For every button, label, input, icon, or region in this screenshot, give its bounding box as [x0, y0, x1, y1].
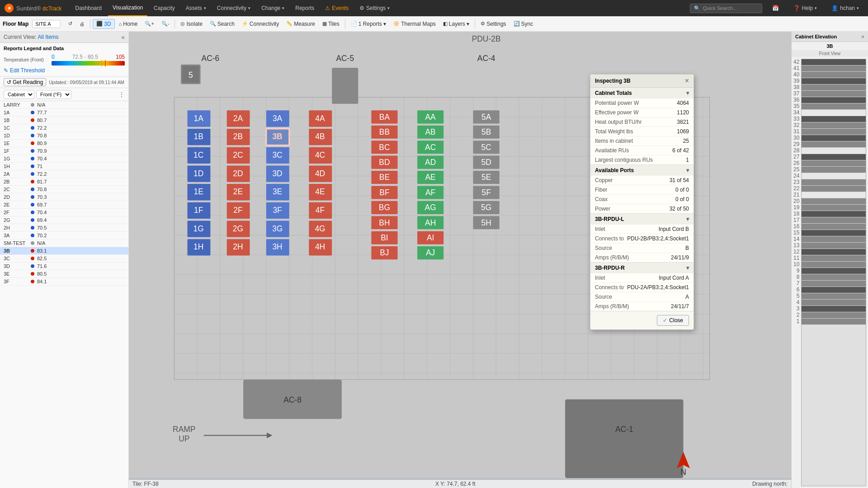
inspect-data-row: Available RUs 6 of 42	[590, 146, 693, 155]
measure-button[interactable]: 📏 Measure	[283, 19, 318, 28]
rack-number: 12	[793, 249, 799, 255]
settings-button[interactable]: ⚙ Settings	[477, 19, 509, 28]
svg-text:BJ: BJ	[380, 248, 389, 257]
collapse-panel-button[interactable]: «	[121, 33, 125, 41]
check-icon: ✓	[663, 317, 667, 324]
row-value: 72.2	[37, 125, 47, 131]
rack-number: 42	[793, 59, 799, 65]
refresh-button[interactable]: ↺	[65, 19, 75, 28]
list-item[interactable]: 3B 83.1	[0, 247, 128, 255]
center-map[interactable]: AC-6 5 1A 1B 1C	[129, 32, 791, 488]
rack-number: 17	[793, 217, 799, 223]
current-view-link[interactable]: All Items	[38, 34, 59, 40]
nav-settings[interactable]: ⚙Settings▾	[355, 0, 394, 16]
list-item[interactable]: 3C 82.5	[0, 255, 128, 263]
isolate-button[interactable]: ◎ Isolate	[177, 19, 205, 28]
inspect-row-label: Inlet	[595, 226, 605, 232]
inspect-row-label: Items in cabinet	[595, 138, 633, 144]
list-item[interactable]: 2G 69.4	[0, 216, 128, 224]
rpdu-r-header[interactable]: 3B-RPDU-R ▾	[590, 263, 693, 273]
nav-capacity[interactable]: Capacity	[149, 0, 179, 16]
svg-text:2F: 2F	[233, 206, 242, 215]
nav-assets[interactable]: Assets▾	[181, 0, 211, 16]
print-button[interactable]: 🖨	[76, 20, 88, 28]
xy-coordinates: X Y: 74.7, 62.4 ft	[435, 481, 476, 487]
rack-unit	[802, 287, 866, 293]
quick-search-box[interactable]: 🔍 Quick Search...	[690, 4, 762, 13]
get-reading-button[interactable]: ↺ Get Reading	[4, 78, 46, 86]
expand-panel-button[interactable]: »	[861, 33, 864, 40]
inspect-data-row: Total Weight lbs 1069	[590, 127, 693, 136]
list-item[interactable]: 2C 70.8	[0, 186, 128, 193]
nav-reports[interactable]: Reports	[291, 0, 319, 16]
list-item[interactable]: 2B 81.7	[0, 178, 128, 186]
inspect-close-button[interactable]: ×	[685, 77, 689, 84]
nav-user[interactable]: 👤 hchan ▾	[827, 0, 863, 16]
edit-threshold-button[interactable]: ✎ Edit Threshold	[4, 67, 45, 74]
list-item[interactable]: 3E 80.5	[0, 270, 128, 278]
list-item[interactable]: 1G 70.4	[0, 155, 128, 163]
list-item[interactable]: 1E 80.9	[0, 140, 128, 147]
cabinet-totals-header[interactable]: Cabinet Totals ▾	[590, 88, 693, 99]
nav-calendar[interactable]: 📅	[768, 0, 783, 16]
more-options-button[interactable]: ⋮	[118, 91, 125, 98]
list-item[interactable]: 2E 69.7	[0, 201, 128, 209]
rack-unit	[802, 236, 866, 243]
list-item[interactable]: 1A 77.7	[0, 109, 128, 117]
list-item[interactable]: 3D 71.6	[0, 263, 128, 270]
list-item[interactable]: LARRY N/A	[0, 101, 128, 109]
svg-text:1E: 1E	[194, 187, 203, 196]
close-inspect-button[interactable]: ✓ Close	[657, 315, 689, 326]
rack-unit	[802, 97, 866, 103]
svg-text:2H: 2H	[233, 242, 243, 251]
svg-text:AG: AG	[425, 203, 436, 212]
row-name: 2H	[4, 225, 31, 230]
cabinet-view-selector[interactable]: Front (°F)	[36, 90, 71, 99]
inspect-data-row: Connects to PDU-2A/PB3:2,4:Socket1	[590, 283, 693, 292]
reports-button[interactable]: 📄 1 Reports ▾	[348, 19, 389, 28]
tiles-button[interactable]: ▦ Tiles	[319, 19, 343, 28]
nav-connectivity[interactable]: Connectivity▾	[212, 0, 255, 16]
layers-button[interactable]: ◧ Layers ▾	[440, 19, 472, 28]
rpdu-r-chevron: ▾	[686, 265, 689, 271]
sync-button[interactable]: 🔄 Sync	[510, 19, 537, 28]
list-item[interactable]: 2H 70.5	[0, 224, 128, 232]
list-item[interactable]: 2F 70.4	[0, 209, 128, 216]
rack-unit	[802, 312, 866, 319]
list-item[interactable]: 1C 72.2	[0, 124, 128, 132]
thermal-maps-button[interactable]: 🔆 Thermal Maps	[390, 19, 439, 28]
nav-events[interactable]: ⚠Events	[321, 0, 353, 16]
site-selector[interactable]: SITE A	[32, 20, 61, 28]
row-value: 71.6	[37, 263, 47, 269]
list-item[interactable]: SM-TEST N/A	[0, 239, 128, 247]
list-item[interactable]: 1H 71	[0, 163, 128, 170]
search-button[interactable]: 🔍 Search	[207, 19, 238, 28]
zoom-out-button[interactable]: 🔍-	[158, 19, 173, 28]
list-item[interactable]: 3F 84.1	[0, 278, 128, 286]
list-item[interactable]: 1D 70.8	[0, 132, 128, 140]
nav-dashboard[interactable]: Dashboard	[71, 0, 106, 16]
rack-unit	[802, 160, 866, 167]
home-button[interactable]: ⌂ Home	[116, 19, 141, 28]
rpdu-l-header[interactable]: 3B-RPDU-L ▾	[590, 214, 693, 225]
nav-change[interactable]: Change▾	[257, 0, 289, 16]
available-ports-header[interactable]: Available Ports ▾	[590, 165, 693, 176]
list-item[interactable]: 3A 70.2	[0, 232, 128, 239]
zoom-in-button[interactable]: 🔍+	[142, 19, 157, 28]
list-item[interactable]: 1F 70.9	[0, 147, 128, 155]
nav-visualization[interactable]: Visualization	[108, 0, 147, 16]
status-dot	[31, 172, 34, 176]
row-name: 1E	[4, 141, 31, 146]
svg-text:BD: BD	[379, 158, 390, 167]
rack-unit	[802, 243, 866, 249]
list-item[interactable]: 1B 80.7	[0, 117, 128, 124]
rack-number: 28	[793, 147, 799, 154]
list-item[interactable]: 2A 72.2	[0, 170, 128, 178]
list-item[interactable]: 2D 70.3	[0, 193, 128, 201]
nav-help[interactable]: ❓ Help ▾	[789, 0, 822, 16]
connectivity-button[interactable]: ⚡ Connectivity	[239, 19, 282, 28]
status-dot	[31, 111, 34, 114]
3d-button[interactable]: ⬛ 3D	[93, 19, 114, 29]
cabinet-type-selector[interactable]: Cabinet	[4, 90, 34, 99]
status-dot	[31, 118, 34, 122]
